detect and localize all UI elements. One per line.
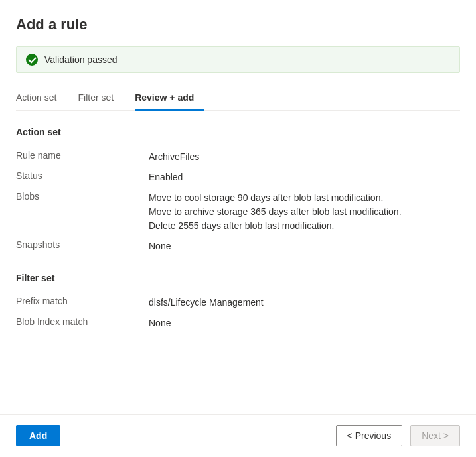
footer: Add < Previous Next >: [0, 414, 476, 457]
field-value-status: Enabled: [149, 167, 460, 188]
tab-filter-set[interactable]: Filter set: [78, 87, 124, 111]
field-value-rule-name: ArchiveFiles: [149, 147, 460, 167]
tab-bar: Action set Filter set Review + add: [16, 86, 460, 111]
field-label-status: Status: [16, 167, 149, 188]
filter-set-table: Prefix match dlsfs/Lifecycle Management …: [16, 293, 460, 334]
page-title: Add a rule: [16, 16, 460, 33]
validation-check-icon: [26, 54, 38, 66]
field-value-blobs: Move to cool storage 90 days after blob …: [149, 188, 460, 236]
action-set-section: Action set Rule name ArchiveFiles Status…: [16, 127, 460, 257]
field-label-blob-index-match: Blob Index match: [16, 313, 149, 334]
previous-button[interactable]: < Previous: [336, 425, 403, 446]
tab-action-set[interactable]: Action set: [16, 87, 67, 111]
field-label-prefix-match: Prefix match: [16, 293, 149, 313]
validation-text: Validation passed: [44, 54, 117, 65]
table-row: Snapshots None: [16, 236, 460, 257]
next-button: Next >: [410, 425, 460, 446]
table-row: Prefix match dlsfs/Lifecycle Management: [16, 293, 460, 313]
tab-review-add[interactable]: Review + add: [135, 87, 204, 111]
field-value-prefix-match: dlsfs/Lifecycle Management: [149, 293, 460, 313]
validation-banner: Validation passed: [16, 46, 460, 73]
table-row: Blobs Move to cool storage 90 days after…: [16, 188, 460, 236]
action-set-table: Rule name ArchiveFiles Status Enabled Bl…: [16, 147, 460, 257]
field-label-blobs: Blobs: [16, 188, 149, 236]
action-set-title: Action set: [16, 127, 460, 137]
add-button[interactable]: Add: [16, 425, 60, 446]
field-label-rule-name: Rule name: [16, 147, 149, 167]
filter-set-title: Filter set: [16, 273, 460, 283]
field-value-snapshots: None: [149, 236, 460, 257]
table-row: Status Enabled: [16, 167, 460, 188]
table-row: Blob Index match None: [16, 313, 460, 334]
field-value-blob-index-match: None: [149, 313, 460, 334]
field-label-snapshots: Snapshots: [16, 236, 149, 257]
table-row: Rule name ArchiveFiles: [16, 147, 460, 167]
filter-set-section: Filter set Prefix match dlsfs/Lifecycle …: [16, 273, 460, 334]
